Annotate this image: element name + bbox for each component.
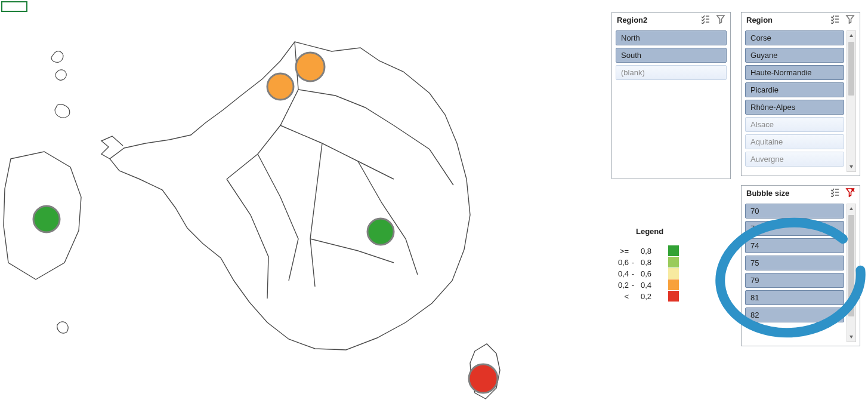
legend-swatch [668, 291, 679, 302]
legend-row: 0,4-0,6 [614, 268, 722, 279]
slicer-bubble-size-item[interactable]: 79 [745, 273, 844, 288]
legend-row: <0,2 [614, 291, 722, 302]
legend-label: 0,2-0,4 [614, 281, 665, 290]
multiselect-icon[interactable] [700, 14, 710, 26]
slicer-region2-item[interactable]: South [616, 48, 727, 63]
scrollbar[interactable] [847, 204, 856, 342]
scroll-up-icon[interactable] [847, 204, 855, 214]
scroll-down-icon[interactable] [847, 332, 855, 342]
slicer-region-item[interactable]: Corse [745, 30, 844, 45]
legend-swatch [668, 279, 679, 290]
scroll-thumb[interactable] [848, 215, 854, 316]
multiselect-icon[interactable] [830, 187, 839, 199]
map-bubble[interactable] [33, 206, 60, 232]
legend-label: <0,2 [614, 292, 665, 301]
slicer-region-list: CorseGuyaneHaute-NormandiePicardieRhône-… [745, 30, 844, 172]
slicer-bubble-size-item[interactable]: 81 [745, 290, 844, 305]
scrollbar[interactable] [847, 30, 856, 172]
slicer-region-item[interactable]: Auvergne [745, 152, 844, 167]
slicer-bubble-size-item[interactable]: 75 [745, 256, 844, 270]
slicer-region2[interactable]: Region2 NorthSouth(blank) [611, 12, 731, 179]
slicer-region2-item[interactable]: North [616, 30, 727, 45]
slicer-region-item[interactable]: Alsace [745, 117, 844, 132]
legend-swatch [668, 245, 679, 256]
slicer-region2-item[interactable]: (blank) [616, 65, 727, 80]
legend-label: 0,6-0,8 [614, 258, 665, 267]
legend-row: 0,2-0,4 [614, 279, 722, 290]
slicer-region-item[interactable]: Guyane [745, 48, 844, 63]
slicer-region2-list: NorthSouth(blank) [616, 30, 727, 175]
slicer-region2-title: Region2 [617, 16, 700, 24]
legend-label: 0,4-0,6 [614, 269, 665, 278]
slicer-bubble-size-list: 70737475798182 [745, 204, 844, 342]
slicer-bubble-size[interactable]: Bubble size 70737475798182 [741, 185, 860, 346]
slicer-bubble-size-title: Bubble size [746, 189, 830, 198]
slicer-region-item[interactable]: Picardie [745, 82, 844, 97]
legend-swatch [668, 268, 679, 279]
legend-row: >=0,8 [614, 245, 722, 256]
map-bubble[interactable] [469, 364, 498, 393]
multiselect-icon[interactable] [830, 14, 839, 26]
scroll-thumb[interactable] [848, 42, 854, 96]
slicer-region-item[interactable]: Haute-Normandie [745, 65, 844, 80]
slicer-region[interactable]: Region CorseGuyaneHaute-NormandiePicardi… [741, 12, 860, 176]
slicer-region-item[interactable]: Aquitaine [745, 134, 844, 149]
legend-swatch [668, 257, 679, 267]
legend-title: Legend [614, 227, 722, 236]
map-chart [0, 0, 608, 406]
slicer-bubble-size-item[interactable]: 70 [745, 204, 844, 219]
clear-filter-icon[interactable] [716, 14, 725, 26]
legend-label: >=0,8 [614, 247, 665, 256]
slicer-region-item[interactable]: Rhône-Alpes [745, 100, 844, 115]
slicer-bubble-size-item[interactable]: 73 [745, 221, 844, 236]
slicer-bubble-size-item[interactable]: 82 [745, 307, 844, 322]
slicer-region-title: Region [746, 16, 830, 24]
map-bubble[interactable] [296, 53, 325, 81]
slicer-bubble-size-item[interactable]: 74 [745, 238, 844, 253]
france-map-outline [4, 42, 500, 399]
clear-filter-icon[interactable] [845, 14, 855, 26]
legend-row: 0,6-0,8 [614, 257, 722, 267]
clear-filter-icon[interactable] [845, 187, 855, 199]
scroll-down-icon[interactable] [847, 162, 855, 171]
legend: Legend >=0,80,6-0,80,4-0,60,2-0,4<0,2 [614, 227, 722, 302]
map-bubble[interactable] [367, 219, 394, 245]
scroll-up-icon[interactable] [847, 31, 855, 41]
map-bubble[interactable] [267, 73, 294, 100]
